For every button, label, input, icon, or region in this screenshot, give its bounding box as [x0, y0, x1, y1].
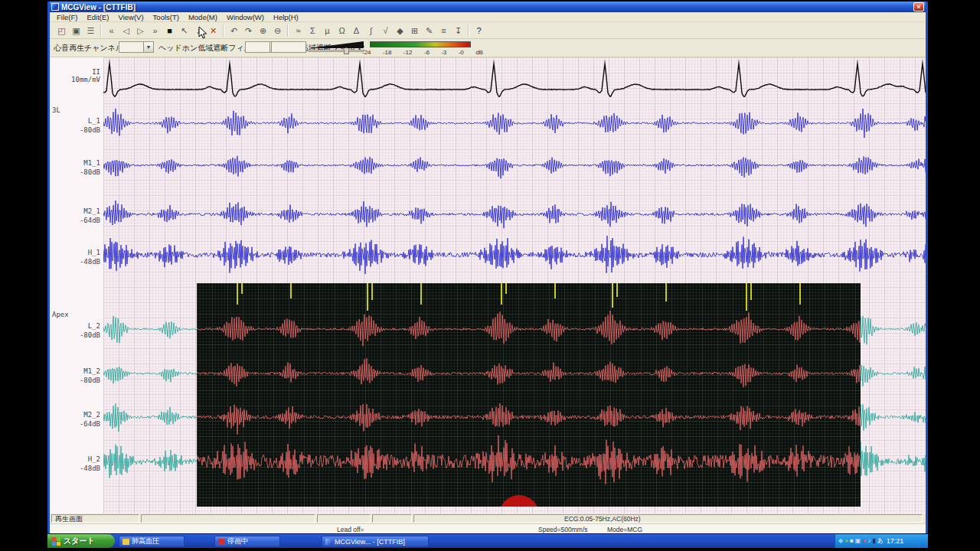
skip-start-button[interactable]: « — [104, 24, 119, 37]
messenger-icon[interactable]: ■ — [850, 538, 854, 544]
zoom-in-button[interactable]: ⊕ — [256, 24, 270, 37]
sensor-group-label: 3L — [52, 106, 103, 114]
app-icon — [51, 3, 59, 11]
channel-label: -80dB — [50, 168, 100, 176]
vu-tick-label: dB — [475, 49, 483, 56]
pointer-button[interactable]: ↖ — [177, 24, 191, 37]
task-button-label: 停画中 — [227, 536, 248, 546]
step-forward-button[interactable]: ▷ — [133, 24, 148, 37]
grid-button[interactable]: ⊞ — [407, 24, 422, 37]
taskbar-clock: 17:21 — [887, 537, 904, 545]
channel-label: M2_1 — [50, 207, 100, 215]
mouse-cursor — [198, 26, 207, 43]
measure-wave-button[interactable]: ≈ — [291, 24, 305, 37]
task-button-label: 肺高血圧 — [132, 536, 159, 546]
toolbar-separator — [287, 24, 289, 37]
channel-label: -48dB — [50, 465, 100, 472]
security-icon[interactable]: ● — [862, 538, 866, 544]
channel-label: -80dB — [50, 377, 100, 384]
vu-tick-label: -24 — [362, 49, 371, 56]
waveform-canvas — [103, 57, 926, 514]
update-icon[interactable]: ● — [844, 538, 848, 544]
vu-tick-label: -0 — [459, 49, 464, 56]
toolbar-separator — [100, 24, 102, 37]
help-button[interactable]: ? — [472, 24, 486, 37]
status-panel-4 — [413, 514, 923, 523]
start-button[interactable]: スタート — [47, 534, 115, 548]
toolbar-separator — [468, 24, 469, 37]
lead-off-status: Lead off= — [337, 526, 364, 533]
skip-end-button[interactable]: » — [148, 24, 162, 37]
layout-button[interactable]: ≡ — [436, 24, 451, 37]
save-button[interactable]: ▣ — [69, 24, 83, 37]
display-icon[interactable]: ▣ — [855, 538, 861, 544]
menu-file[interactable]: File(F) — [53, 13, 81, 21]
volume-slider-track[interactable] — [309, 50, 364, 52]
channel-label: M2_2 — [50, 411, 100, 419]
main-toolbar: ◰▣☰«◁▷»■↖♪✕↶↷⊕⊖≈ΣµΩΔ∫√◆⊞✎≡↧? — [50, 22, 926, 39]
step-back-button[interactable]: ◁ — [119, 24, 133, 37]
vu-meter — [370, 41, 471, 47]
measure-delta-button[interactable]: Δ — [349, 24, 364, 37]
channel-label: 10mm/mV — [50, 76, 100, 83]
channel-label-column: II10mm/mV3LL_1-80dBM1_1-80dBM2_1-64dBH_1… — [50, 57, 103, 514]
measure-integral-button[interactable]: ∫ — [364, 24, 378, 37]
task-button[interactable]: MCGView... - [CTTFIB] — [322, 536, 429, 547]
vu-tick-label: -18 — [383, 49, 392, 56]
taskbar: スタート ◆●■▣●♪▮あ17:21 肺高血圧停画中MCGView... - [… — [47, 534, 928, 548]
chevron-down-icon: ▼ — [143, 42, 153, 52]
open-button[interactable]: ◰ — [54, 24, 69, 37]
sweep-speed: Speed=500mm/s — [538, 526, 588, 533]
volume-icon[interactable]: ♪ — [867, 538, 871, 544]
menu-mode[interactable]: Mode(M) — [185, 13, 221, 21]
menu-help[interactable]: Help(H) — [270, 13, 302, 21]
task-button[interactable]: 停画中 — [214, 536, 280, 547]
channel-label: L_2 — [50, 322, 100, 330]
mode-indicator: Mode=MCG — [607, 526, 642, 533]
ime-icon[interactable]: あ — [877, 538, 884, 544]
measure-root-button[interactable]: √ — [378, 24, 393, 37]
measure-mu-button[interactable]: µ — [320, 24, 335, 37]
app-window: MCGView - [CTTFIB] × File(F)Edit(E)View(… — [47, 2, 928, 533]
playback-channel-label: 心音再生チャンネル: — [54, 43, 126, 54]
vu-tick-label: -12 — [403, 49, 413, 56]
measure-sum-button[interactable]: Σ — [305, 24, 320, 37]
playback-channel-select[interactable]: ▼ — [119, 41, 154, 53]
network-icon[interactable]: ◆ — [838, 538, 843, 544]
status-panel-2 — [317, 514, 371, 523]
menu-tools[interactable]: Tools(T) — [149, 13, 183, 21]
stop-button[interactable]: ■ — [162, 24, 177, 37]
menu-bar: File(F)Edit(E)View(V)Tools(T)Mode(M)Wind… — [50, 12, 926, 22]
zoom-out-button[interactable]: ⊖ — [270, 24, 285, 37]
menu-window[interactable]: Window(W) — [223, 13, 268, 21]
window-title: MCGView - [CTTFIB] — [61, 3, 913, 11]
title-bar[interactable]: MCGView - [CTTFIB] × — [50, 2, 926, 12]
folder-icon — [122, 539, 129, 545]
usb-icon[interactable]: ▮ — [872, 538, 875, 544]
measure-ohm-button[interactable]: Ω — [335, 24, 349, 37]
redo-button[interactable]: ↷ — [241, 24, 256, 37]
task-button[interactable]: 肺高血圧 — [119, 536, 185, 547]
channel-label: H_1 — [50, 249, 100, 256]
waveform-area: II10mm/mV3LL_1-80dBM1_1-80dBM2_1-64dBH_1… — [50, 57, 926, 514]
close-button[interactable]: × — [913, 2, 924, 11]
task-button-label: MCGView... - [CTTFIB] — [335, 538, 405, 546]
info-bar: Lead off= Speed=500mm/s Mode=MCG — [50, 523, 926, 533]
highcut-filter-select[interactable] — [271, 41, 306, 53]
print-button[interactable]: ☰ — [83, 24, 98, 37]
channel-label: H_2 — [50, 455, 100, 463]
channel-label: -64dB — [50, 217, 100, 224]
channel-label: -48dB — [50, 258, 100, 266]
rec-icon — [218, 539, 225, 545]
menu-edit[interactable]: Edit(E) — [83, 13, 113, 21]
channel-label: -64dB — [50, 420, 100, 428]
marker-button[interactable]: ◆ — [393, 24, 407, 37]
export-button[interactable]: ↧ — [451, 24, 466, 37]
channel-label: -80dB — [50, 331, 100, 339]
mute-button[interactable]: ✕ — [206, 24, 220, 37]
channel-label: -80dB — [50, 126, 100, 134]
undo-button[interactable]: ↶ — [227, 24, 241, 37]
status-panel-3 — [372, 514, 412, 523]
annotate-button[interactable]: ✎ — [422, 24, 436, 37]
menu-view[interactable]: View(V) — [115, 13, 148, 21]
